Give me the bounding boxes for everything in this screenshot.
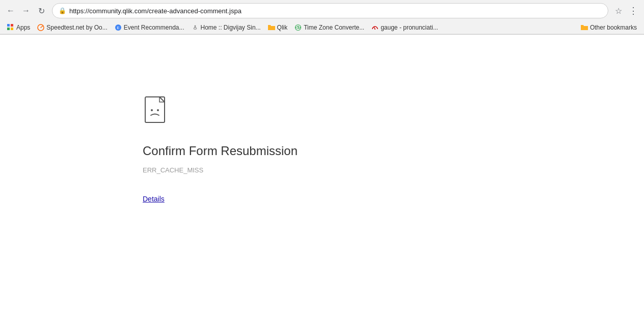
browser-chrome: ← → ↻ 🔒 ☆ ⋮ Apps: [0, 0, 644, 35]
error-title: Confirm Form Resubmission: [143, 144, 298, 158]
details-link[interactable]: Details: [143, 195, 165, 203]
other-bookmarks-label: Other bookmarks: [590, 24, 637, 31]
other-bookmarks[interactable]: Other bookmarks: [578, 22, 640, 33]
bookmark-gauge-label: gauge - pronunciati...: [381, 24, 438, 31]
svg-rect-0: [7, 24, 10, 27]
svg-rect-14: [145, 97, 165, 122]
bookmark-timezone-label: Time Zone Converte...: [304, 24, 364, 31]
svg-point-8: [194, 26, 196, 27]
event-rec-icon: E: [115, 24, 122, 31]
apps-icon: [7, 24, 14, 31]
bookmark-home-digvijay[interactable]: Home :: Digvijay Sin...: [189, 22, 264, 33]
nav-bar: ← → ↻ 🔒 ☆ ⋮: [0, 0, 644, 21]
bookmark-timezone[interactable]: Time Zone Converte...: [291, 22, 367, 33]
svg-rect-2: [7, 28, 10, 30]
svg-rect-1: [11, 24, 13, 27]
bookmark-qlik[interactable]: Qlik: [265, 22, 291, 33]
error-code: ERR_CACHE_MISS: [143, 166, 298, 174]
gauge-icon: [371, 24, 379, 31]
home-digvijay-icon: [192, 24, 199, 31]
svg-point-15: [151, 109, 153, 111]
svg-point-16: [157, 109, 159, 111]
chrome-menu-button[interactable]: ⋮: [627, 4, 640, 17]
back-button[interactable]: ←: [4, 4, 17, 17]
svg-text:E: E: [117, 26, 119, 30]
address-bar-container: 🔒: [52, 3, 608, 18]
page-content: Confirm Form Resubmission ERR_CACHE_MISS…: [0, 35, 644, 328]
bookmarks-bar: Apps Speedtest.net by Oo... E Event Reco…: [0, 21, 644, 34]
qlik-folder-icon: [268, 24, 275, 31]
address-input[interactable]: [69, 7, 602, 15]
speedtest-icon: [37, 24, 44, 31]
bookmark-apps-label: Apps: [16, 24, 30, 31]
bookmark-apps[interactable]: Apps: [4, 22, 33, 33]
svg-point-13: [374, 29, 375, 30]
bookmark-gauge[interactable]: gauge - pronunciati...: [368, 22, 441, 33]
bookmark-home-digvijay-label: Home :: Digvijay Sin...: [201, 24, 261, 31]
bookmark-star-button[interactable]: ☆: [612, 5, 625, 17]
bookmark-speedtest-label: Speedtest.net by Oo...: [46, 24, 107, 31]
error-icon: [143, 96, 298, 129]
bookmark-speedtest[interactable]: Speedtest.net by Oo...: [34, 22, 110, 33]
other-bookmarks-folder-icon: [581, 24, 588, 31]
timezone-icon: [294, 24, 302, 31]
svg-rect-3: [11, 28, 13, 30]
bookmark-event-rec-label: Event Recommenda...: [124, 24, 184, 31]
bookmark-event-rec[interactable]: E Event Recommenda...: [112, 22, 187, 33]
file-error-svg: [143, 96, 171, 127]
lock-icon: 🔒: [59, 7, 66, 14]
bookmark-qlik-label: Qlik: [277, 24, 288, 31]
error-container: Confirm Form Resubmission ERR_CACHE_MISS…: [143, 96, 298, 204]
forward-button[interactable]: →: [19, 4, 33, 17]
reload-button[interactable]: ↻: [35, 4, 48, 17]
